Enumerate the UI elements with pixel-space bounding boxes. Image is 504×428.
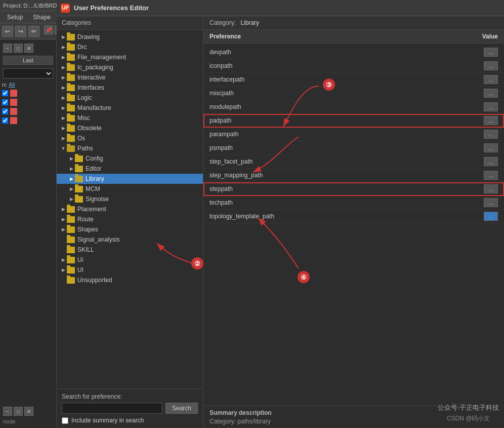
label-paths: Paths bbox=[77, 145, 93, 152]
pref-value-btn-devpath[interactable]: ... bbox=[484, 48, 498, 57]
menu-shape[interactable]: Shape bbox=[28, 13, 56, 22]
tree-item-file-management[interactable]: File_management bbox=[57, 52, 203, 62]
checkbox-row-3 bbox=[0, 107, 56, 116]
folder-interfaces-icon bbox=[67, 85, 75, 91]
pref-value-btn-modulepath[interactable]: ... bbox=[484, 102, 498, 111]
search-button[interactable]: Search bbox=[165, 403, 198, 414]
pref-name-steppath: steppath bbox=[209, 185, 484, 192]
tree-item-ui-lower[interactable]: Ui bbox=[57, 255, 203, 265]
label-os: Os bbox=[77, 135, 85, 142]
dialog-title: User Preferences Editor bbox=[74, 4, 149, 12]
pref-value-btn-parampath[interactable]: ... bbox=[484, 130, 498, 139]
folder-config-icon bbox=[75, 155, 83, 162]
checkbox-3[interactable] bbox=[2, 108, 8, 114]
tree-item-drawing[interactable]: Drawing bbox=[57, 32, 203, 42]
tree-item-os[interactable]: Os bbox=[57, 133, 203, 143]
tree-item-drc[interactable]: Drc bbox=[57, 42, 203, 52]
folder-drc-icon bbox=[67, 44, 75, 51]
tree-item-interactive[interactable]: Interactive bbox=[57, 72, 203, 83]
tree-item-paths[interactable]: Paths bbox=[57, 143, 203, 153]
menu-setup[interactable]: Setup bbox=[2, 13, 28, 22]
arrow-signal-analysis bbox=[61, 237, 66, 242]
tree-container[interactable]: Drawing Drc File_management bbox=[57, 30, 203, 388]
tree-item-library[interactable]: Library bbox=[57, 174, 203, 184]
pref-value-btn-psmpath[interactable]: ... bbox=[484, 143, 498, 152]
pin-icon[interactable]: 📌 bbox=[44, 25, 53, 34]
tree-item-shapes[interactable]: Shapes bbox=[57, 224, 203, 235]
sidebar-bottom-icon1[interactable]: − bbox=[3, 407, 12, 416]
sidebar-close-icon[interactable]: ✕ bbox=[24, 44, 33, 53]
folder-signoise-icon bbox=[75, 196, 83, 203]
tree-item-signal-analysis[interactable]: Signal_analysis bbox=[57, 235, 203, 245]
folder-logic-icon bbox=[67, 95, 75, 101]
sidebar-section: − □ ✕ Last rc All bbox=[0, 40, 56, 127]
tree-item-interfaces[interactable]: Interfaces bbox=[57, 83, 203, 93]
redo-button[interactable]: ↪ bbox=[15, 26, 26, 37]
tree-item-placement[interactable]: Placement bbox=[57, 204, 203, 214]
pref-name-step-facet-path: step_facet_path bbox=[209, 158, 484, 165]
pref-value-btn-steppath[interactable]: ... bbox=[484, 184, 498, 193]
tree-item-obsolete[interactable]: Obsolete bbox=[57, 123, 203, 133]
sidebar-expand-icon[interactable]: □ bbox=[14, 44, 23, 53]
pencil-icon[interactable]: ✏ bbox=[28, 26, 39, 37]
tree-item-signoise[interactable]: Signoise bbox=[57, 194, 203, 204]
tree-item-ic-packaging[interactable]: Ic_packaging bbox=[57, 62, 203, 72]
label-editor: Editor bbox=[86, 165, 101, 172]
pref-rows: devpath ... iconpath ... interfacepath .… bbox=[203, 44, 504, 406]
pref-value-btn-miscpath[interactable]: ... bbox=[484, 89, 498, 98]
arrow-file-management bbox=[61, 55, 66, 60]
checkbox-4[interactable] bbox=[2, 118, 8, 124]
sidebar-last-button[interactable]: Last bbox=[3, 56, 53, 65]
summary-text: Category: paths/library bbox=[209, 418, 498, 425]
include-summary-checkbox[interactable] bbox=[62, 417, 68, 424]
undo-button[interactable]: ↩ bbox=[2, 26, 13, 37]
arrow-paths bbox=[61, 146, 66, 151]
sidebar-dropdown[interactable] bbox=[3, 68, 53, 79]
tree-item-misc[interactable]: Misc bbox=[57, 113, 203, 123]
label-obsolete: Obsolete bbox=[77, 125, 102, 132]
tree-item-mcm[interactable]: MCM bbox=[57, 184, 203, 194]
tree-item-route[interactable]: Route bbox=[57, 214, 203, 224]
pref-name-topology-template-path: topology_template_path bbox=[209, 213, 484, 220]
pref-name-techpath: techpath bbox=[209, 199, 484, 206]
arrow-library bbox=[69, 176, 74, 181]
tree-item-ui-upper[interactable]: UI bbox=[57, 265, 203, 275]
pref-value-btn-topology-template-path[interactable]: ... bbox=[484, 212, 498, 221]
all-link[interactable]: All bbox=[9, 82, 15, 88]
pref-value-btn-iconpath[interactable]: ... bbox=[484, 61, 498, 70]
pref-value-btn-interfacepath[interactable]: ... bbox=[484, 75, 498, 84]
tree-item-unsupported[interactable]: Unsupported bbox=[57, 275, 203, 285]
tree-item-config[interactable]: Config bbox=[57, 153, 203, 164]
pref-name-miscpath: miscpath bbox=[209, 90, 484, 97]
tree-item-skill[interactable]: SKILL bbox=[57, 245, 203, 255]
dialog-titlebar: UP User Preferences Editor bbox=[57, 0, 504, 16]
search-input[interactable] bbox=[62, 403, 162, 414]
pref-value-btn-padpath[interactable]: ... bbox=[484, 116, 498, 125]
pref-row-iconpath: iconpath ... bbox=[203, 59, 504, 73]
checkbox-1[interactable] bbox=[2, 90, 8, 96]
sidebar-bottom-icon3[interactable]: ✕ bbox=[24, 407, 33, 416]
pref-row-techpath: techpath ... bbox=[203, 196, 504, 210]
tree-item-logic[interactable]: Logic bbox=[57, 93, 203, 103]
folder-shapes-icon bbox=[67, 226, 75, 233]
tree-item-editor[interactable]: Editor bbox=[57, 164, 203, 174]
pref-table-header: Preference Value bbox=[203, 30, 504, 44]
arrow-drawing bbox=[61, 34, 66, 40]
folder-paths-icon bbox=[67, 145, 75, 152]
folder-obsolete-icon bbox=[67, 125, 75, 132]
search-label: Search for preference: bbox=[62, 393, 198, 400]
pref-row-devpath: devpath ... bbox=[203, 46, 504, 59]
pref-value-btn-step-facet-path[interactable]: ... bbox=[484, 157, 498, 166]
pref-value-btn-techpath[interactable]: ... bbox=[484, 198, 498, 207]
checkbox-2[interactable] bbox=[2, 99, 8, 105]
arrow-manufacture bbox=[61, 105, 66, 110]
sidebar-pin-icon[interactable]: − bbox=[3, 44, 12, 53]
label-misc: Misc bbox=[77, 114, 90, 122]
label-ui-lower: Ui bbox=[77, 256, 83, 263]
label-skill: SKILL bbox=[77, 246, 94, 253]
category-label: Category: bbox=[209, 19, 236, 26]
pref-value-btn-step-mapping-path[interactable]: ... bbox=[484, 171, 498, 180]
sidebar-bottom-icon2[interactable]: □ bbox=[14, 407, 23, 416]
label-logic: Logic bbox=[77, 94, 92, 101]
tree-item-manufacture[interactable]: Manufacture bbox=[57, 103, 203, 113]
